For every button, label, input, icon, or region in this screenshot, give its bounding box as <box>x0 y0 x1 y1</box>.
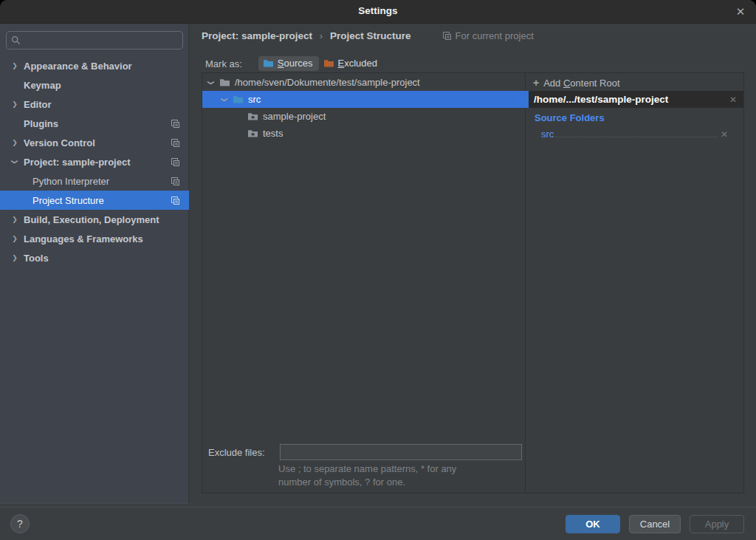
search-input[interactable] <box>24 35 178 46</box>
content-root-item[interactable]: /home/.../test/sample-project ✕ <box>525 91 743 108</box>
tree-row-content-root[interactable]: ❯ /home/sven/Dokumente/test/sample-proje… <box>202 74 525 91</box>
dotted-leader <box>555 137 718 137</box>
chevron-down-icon[interactable]: ❯ <box>221 95 228 104</box>
titlebar: Settings ✕ <box>0 0 756 24</box>
mark-sources-button[interactable]: Sources <box>258 56 319 71</box>
tree-row-label: sample-project <box>263 111 326 122</box>
scope-note: For current project <box>442 30 534 41</box>
sidebar-nav: ❯ Appearance & Behavior Keymap ❯ Editor … <box>0 56 189 267</box>
content-roots-pane: + Add Content Root /home/.../test/sample… <box>526 73 743 493</box>
tree-row-label: src <box>248 94 261 105</box>
sidebar-item-label: Tools <box>24 253 49 264</box>
remove-content-root-icon[interactable]: ✕ <box>729 95 737 105</box>
chevron-right-icon[interactable]: ❯ <box>10 253 19 262</box>
excluded-folder-icon <box>323 58 334 68</box>
per-project-icon <box>171 157 180 167</box>
add-content-root-button[interactable]: + Add Content Root <box>533 77 620 89</box>
exclude-files-row: Exclude files: <box>207 444 522 460</box>
sidebar-item-languages-frameworks[interactable]: ❯ Languages & Frameworks <box>0 229 189 248</box>
chevron-right-icon[interactable]: ❯ <box>10 215 19 224</box>
tree-row-label: /home/sven/Dokumente/test/sample-project <box>235 77 420 88</box>
sidebar-item-appearance[interactable]: ❯ Appearance & Behavior <box>0 56 189 75</box>
chevron-down-icon[interactable]: ❯ <box>207 78 215 87</box>
help-button[interactable]: ? <box>10 514 30 533</box>
per-project-icon <box>171 177 180 186</box>
dialog-footer: ? OK Cancel Apply <box>0 507 756 540</box>
sidebar-item-label: Project: sample-project <box>24 157 131 168</box>
sidebar-item-label: Build, Execution, Deployment <box>24 214 159 225</box>
chevron-right-icon[interactable]: ❯ <box>10 61 19 70</box>
sidebar-item-label: Editor <box>24 99 52 110</box>
per-project-icon <box>442 31 452 41</box>
breadcrumb-project: Project: sample-project <box>202 30 312 41</box>
close-icon[interactable]: ✕ <box>732 4 749 20</box>
sidebar-item-label: Appearance & Behavior <box>24 61 132 72</box>
plus-icon: + <box>533 77 539 89</box>
scope-note-label: For current project <box>456 30 534 41</box>
chevron-right-icon[interactable]: ❯ <box>10 100 19 109</box>
sidebar-item-editor[interactable]: ❯ Editor <box>0 95 189 114</box>
page-title: Project Structure <box>330 30 411 41</box>
sidebar-item-tools[interactable]: ❯ Tools <box>0 248 189 267</box>
sidebar-item-label: Plugins <box>24 118 58 129</box>
main-content: Project: sample-project › Project Struct… <box>190 24 756 507</box>
exclude-files-hint: Use ; to separate name patterns, * for a… <box>278 462 456 489</box>
chevron-down-icon[interactable]: ❯ <box>10 157 19 166</box>
tree-row-sample-project[interactable]: sample-project <box>202 108 525 125</box>
source-folder-icon <box>233 95 244 104</box>
sidebar-item-project-structure[interactable]: Project Structure <box>0 191 189 210</box>
tree-row-label: tests <box>263 128 283 139</box>
remove-source-folder-icon[interactable]: ✕ <box>721 129 728 140</box>
sidebar-item-project[interactable]: ❯ Project: sample-project <box>0 152 189 171</box>
package-folder-icon <box>247 112 258 121</box>
mark-as-toolbar: Mark as: Sources Excluded <box>205 56 383 71</box>
folder-icon <box>219 78 230 87</box>
hint-line: number of symbols, ? for one. <box>278 476 456 489</box>
sidebar-item-build-execution[interactable]: ❯ Build, Execution, Deployment <box>0 210 189 229</box>
per-project-icon <box>171 196 180 205</box>
settings-sidebar: ❯ Appearance & Behavior Keymap ❯ Editor … <box>0 24 189 504</box>
structure-panel: ❯ /home/sven/Dokumente/test/sample-proje… <box>202 72 744 493</box>
sidebar-item-keymap[interactable]: Keymap <box>0 75 189 95</box>
sidebar-item-label: Version Control <box>24 137 95 148</box>
mark-excluded-button[interactable]: Excluded <box>319 56 383 71</box>
source-folder-link[interactable]: src <box>541 129 554 140</box>
tree-row-src[interactable]: ❯ src <box>202 91 525 108</box>
footer-buttons: OK Cancel Apply <box>566 515 744 533</box>
per-project-icon <box>171 138 180 148</box>
sidebar-item-label: Keymap <box>24 80 61 91</box>
mark-as-label: Mark as: <box>205 58 242 69</box>
content-tree: ❯ /home/sven/Dokumente/test/sample-proje… <box>202 73 526 493</box>
dialog-title: Settings <box>0 5 756 16</box>
breadcrumb-separator-icon: › <box>320 31 323 41</box>
breadcrumb: Project: sample-project › Project Struct… <box>202 30 534 41</box>
search-box[interactable] <box>6 31 183 49</box>
source-folders-heading: Source Folders <box>535 112 605 123</box>
package-folder-icon <box>247 129 258 138</box>
settings-dialog: Settings ✕ ❯ Appearance & Behavior Keyma… <box>0 0 756 540</box>
sidebar-item-python-interpreter[interactable]: Python Interpreter <box>0 171 189 191</box>
per-project-icon <box>171 119 180 129</box>
source-folder-icon <box>263 58 274 68</box>
chevron-right-icon[interactable]: ❯ <box>10 234 19 243</box>
cancel-button[interactable]: Cancel <box>629 515 681 533</box>
hint-line: Use ; to separate name patterns, * for a… <box>278 462 456 476</box>
content-root-path: /home/.../test/sample-project <box>534 94 729 105</box>
sidebar-item-label: Project Structure <box>32 195 104 206</box>
exclude-files-input[interactable] <box>280 444 522 460</box>
chevron-right-icon[interactable]: ❯ <box>10 138 19 147</box>
sidebar-item-label: Python Interpreter <box>32 176 109 187</box>
sidebar-item-version-control[interactable]: ❯ Version Control <box>0 133 189 152</box>
ok-button[interactable]: OK <box>566 515 620 533</box>
search-icon <box>11 35 21 45</box>
apply-button[interactable]: Apply <box>690 515 744 533</box>
source-folder-item[interactable]: src ✕ <box>541 126 735 140</box>
exclude-files-label: Exclude files: <box>208 447 275 458</box>
sidebar-item-label: Languages & Frameworks <box>24 233 143 245</box>
sidebar-item-plugins[interactable]: Plugins <box>0 114 189 133</box>
tree-row-tests[interactable]: tests <box>202 125 525 142</box>
